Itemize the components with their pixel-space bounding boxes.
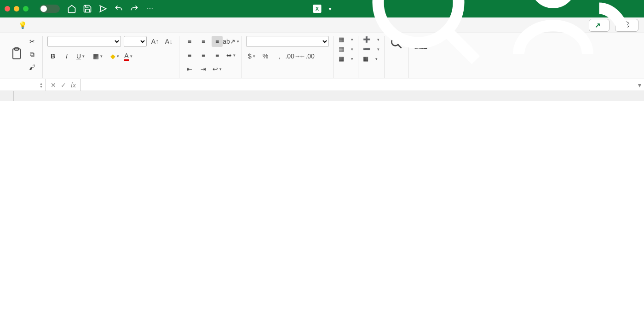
font-group: A↑ A↓ B I U ▦ ◆ A xyxy=(43,36,179,78)
maximize-window-button[interactable] xyxy=(23,6,29,12)
window-controls xyxy=(5,6,29,12)
align-top-icon[interactable]: ≡ xyxy=(184,36,195,47)
font-size-select[interactable] xyxy=(124,36,147,47)
minimize-window-button[interactable] xyxy=(14,6,19,12)
cell-styles-icon: ▦ xyxy=(339,55,344,62)
undo-icon[interactable] xyxy=(114,4,123,13)
align-bottom-icon[interactable]: ≡ xyxy=(212,36,223,47)
fx-icon[interactable]: fx xyxy=(71,81,76,89)
copy-icon[interactable]: ⧉ xyxy=(27,49,38,60)
paste-button[interactable] xyxy=(9,46,24,62)
svg-point-1 xyxy=(536,0,570,2)
fill-color-button[interactable]: ◆ xyxy=(109,51,120,62)
font-color-button[interactable]: A xyxy=(123,51,134,62)
clipboard-group: ✂ ⧉ 🖌 xyxy=(5,36,43,78)
more-icon[interactable]: ⋯ xyxy=(145,4,155,13)
italic-button[interactable]: I xyxy=(61,51,72,62)
wrap-text-icon[interactable]: ↩ xyxy=(212,63,223,75)
toggle-knob xyxy=(40,6,47,12)
decrease-decimal-icon[interactable]: ←.00 xyxy=(301,51,312,62)
decrease-font-icon[interactable]: A↓ xyxy=(163,36,174,47)
align-left-icon[interactable]: ≡ xyxy=(184,50,195,61)
autosave-toggle[interactable] xyxy=(40,5,60,13)
share-people-icon[interactable] xyxy=(501,0,639,79)
increase-decimal-icon[interactable]: .00→ xyxy=(288,51,299,62)
increase-indent-icon[interactable]: ⇥ xyxy=(198,63,209,75)
cond-fmt-icon: ▦ xyxy=(339,36,344,43)
redo-icon[interactable] xyxy=(130,4,139,13)
titlebar-right xyxy=(355,0,639,79)
tell-me[interactable]: 💡 xyxy=(18,21,30,29)
home-icon[interactable] xyxy=(67,4,76,13)
accept-formula-icon[interactable]: ✓ xyxy=(61,81,66,89)
increase-font-icon[interactable]: A↑ xyxy=(150,36,161,47)
number-format-select[interactable] xyxy=(246,36,329,47)
cell-styles-button[interactable]: ▦ xyxy=(339,55,353,62)
formula-input[interactable] xyxy=(81,79,635,91)
cancel-formula-icon[interactable]: ✕ xyxy=(51,81,56,89)
select-all-corner[interactable] xyxy=(0,91,14,101)
format-as-table-button[interactable]: ▦ xyxy=(339,46,353,52)
chevron-down-icon: ▾ xyxy=(329,6,331,12)
format-painter-icon[interactable]: 🖌 xyxy=(27,62,38,73)
spin-down-icon[interactable]: ▼ xyxy=(40,85,43,88)
border-button[interactable]: ▦ xyxy=(92,51,103,62)
decrease-indent-icon[interactable]: ⇤ xyxy=(184,63,195,75)
expand-formula-bar-icon[interactable]: ▾ xyxy=(635,79,644,91)
name-box[interactable]: ▲▼ xyxy=(0,79,46,91)
spin-up-icon[interactable]: ▲ xyxy=(40,82,43,85)
send-icon[interactable] xyxy=(98,4,108,13)
comma-icon[interactable]: , xyxy=(274,51,285,62)
column-headers xyxy=(14,91,644,101)
percent-icon[interactable]: % xyxy=(260,51,271,62)
excel-file-icon: X xyxy=(313,5,322,13)
cut-icon[interactable]: ✂ xyxy=(27,36,38,47)
merge-button[interactable]: ⬌ xyxy=(225,50,236,61)
clipboard-icon xyxy=(9,46,24,61)
titlebar: ⋯ X ▾ xyxy=(0,0,644,17)
conditional-formatting-button[interactable]: ▦ xyxy=(339,36,353,43)
bold-button[interactable]: B xyxy=(47,51,58,62)
bulb-icon: 💡 xyxy=(18,21,27,29)
quick-access-toolbar: ⋯ xyxy=(67,4,155,13)
underline-button[interactable]: U xyxy=(75,51,86,62)
close-window-button[interactable] xyxy=(5,6,10,12)
align-middle-icon[interactable]: ≡ xyxy=(198,36,209,47)
align-center-icon[interactable]: ≡ xyxy=(198,50,209,61)
orientation-icon[interactable]: ab↗ xyxy=(225,36,236,47)
save-icon[interactable] xyxy=(83,4,92,13)
number-group: $ % , .00→ ←.00 xyxy=(242,36,334,78)
spreadsheet-grid[interactable] xyxy=(0,91,644,329)
formula-bar: ▲▼ ✕ ✓ fx ▾ xyxy=(0,79,644,91)
document-title[interactable]: X ▾ xyxy=(313,5,331,13)
font-family-select[interactable] xyxy=(47,36,121,47)
table-icon: ▦ xyxy=(339,46,344,52)
align-right-icon[interactable]: ≡ xyxy=(212,50,223,61)
currency-icon[interactable]: $ xyxy=(246,51,257,62)
alignment-group: ≡ ≡ ≡ ab↗ ≡ ≡ ≡ ⬌ ⇤ ⇥ ↩ xyxy=(179,36,242,78)
search-icon[interactable] xyxy=(355,0,493,79)
